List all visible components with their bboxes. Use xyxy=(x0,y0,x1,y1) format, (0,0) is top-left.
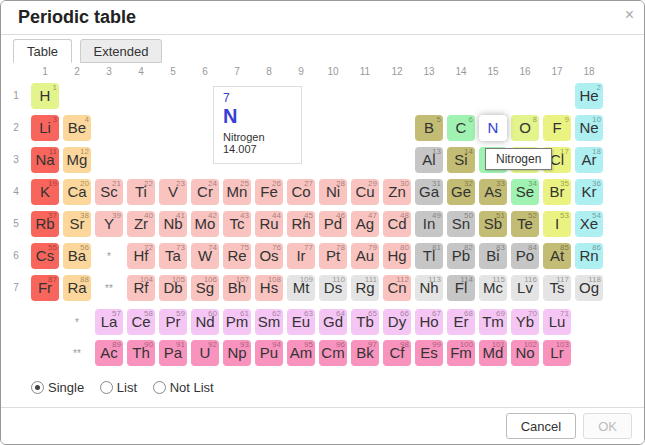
element-cell-O[interactable]: 8O xyxy=(511,115,539,141)
element-cell-Rb[interactable]: 37Rb xyxy=(31,211,59,237)
element-cell-Er[interactable]: 68Er xyxy=(447,309,475,335)
element-cell-Li[interactable]: 3Li xyxy=(31,115,59,141)
element-cell-Sn[interactable]: 50Sn xyxy=(447,211,475,237)
element-cell-Mc[interactable]: 115Mc xyxy=(479,275,507,301)
element-cell-Md[interactable]: 101Md xyxy=(479,340,507,366)
element-cell-Bi[interactable]: 83Bi xyxy=(479,243,507,269)
radio-single-circle[interactable] xyxy=(31,381,44,394)
element-cell-Ir[interactable]: 77Ir xyxy=(287,243,315,269)
element-cell-Ne[interactable]: 10Ne xyxy=(575,115,603,141)
element-cell-Rg[interactable]: 111Rg xyxy=(351,275,379,301)
element-cell-Lv[interactable]: 116Lv xyxy=(511,275,539,301)
element-cell-Pu[interactable]: 94Pu xyxy=(255,340,283,366)
element-cell-Cd[interactable]: 48Cd xyxy=(383,211,411,237)
element-cell-Al[interactable]: 13Al xyxy=(415,147,443,173)
element-cell-Po[interactable]: 84Po xyxy=(511,243,539,269)
element-cell-Re[interactable]: 75Re xyxy=(223,243,251,269)
element-cell-No[interactable]: 102No xyxy=(511,340,539,366)
radio-single[interactable]: Single xyxy=(31,380,84,395)
element-cell-Nh[interactable]: 113Nh xyxy=(415,275,443,301)
element-cell-Fl[interactable]: 114Fl xyxy=(447,275,475,301)
element-cell-Fr[interactable]: 87Fr xyxy=(31,275,59,301)
element-cell-Cs[interactable]: 55Cs xyxy=(31,243,59,269)
element-cell-He[interactable]: 2He xyxy=(575,83,603,109)
element-cell-Mn[interactable]: 25Mn xyxy=(223,179,251,205)
element-cell-B[interactable]: 5B xyxy=(415,115,443,141)
element-cell-Y[interactable]: 39Y xyxy=(95,211,123,237)
element-cell-Au[interactable]: 79Au xyxy=(351,243,379,269)
element-cell-Th[interactable]: 90Th xyxy=(127,340,155,366)
element-cell-Rf[interactable]: 104Rf xyxy=(127,275,155,301)
element-cell-Sc[interactable]: 21Sc xyxy=(95,179,123,205)
element-cell-Pa[interactable]: 91Pa xyxy=(159,340,187,366)
element-cell-Fm[interactable]: 100Fm xyxy=(447,340,475,366)
element-cell-Ag[interactable]: 47Ag xyxy=(351,211,379,237)
element-cell-Zn[interactable]: 30Zn xyxy=(383,179,411,205)
element-cell-Pb[interactable]: 82Pb xyxy=(447,243,475,269)
element-cell-Eu[interactable]: 63Eu xyxy=(287,309,315,335)
element-cell-Pr[interactable]: 59Pr xyxy=(159,309,187,335)
element-cell-Na[interactable]: 11Na xyxy=(31,147,59,173)
element-cell-Mo[interactable]: 42Mo xyxy=(191,211,219,237)
element-cell-Br[interactable]: 35Br xyxy=(543,179,571,205)
element-cell-Sm[interactable]: 62Sm xyxy=(255,309,283,335)
element-cell-Ar[interactable]: 18Ar xyxy=(575,147,603,173)
element-cell-Ts[interactable]: 117Ts xyxy=(543,275,571,301)
element-cell-Pt[interactable]: 78Pt xyxy=(319,243,347,269)
element-cell-Ca[interactable]: 20Ca xyxy=(63,179,91,205)
element-cell-Co[interactable]: 27Co xyxy=(287,179,315,205)
element-cell-In[interactable]: 49In xyxy=(415,211,443,237)
radio-list-circle[interactable] xyxy=(100,381,113,394)
element-cell-Tl[interactable]: 81Tl xyxy=(415,243,443,269)
element-cell-Cu[interactable]: 29Cu xyxy=(351,179,379,205)
radio-not-list-circle[interactable] xyxy=(153,381,166,394)
element-cell-At[interactable]: 85At xyxy=(543,243,571,269)
element-cell-Bk[interactable]: 97Bk xyxy=(351,340,379,366)
element-cell-V[interactable]: 23V xyxy=(159,179,187,205)
element-cell-F[interactable]: 9F xyxy=(543,115,571,141)
element-cell-I[interactable]: 53I xyxy=(543,211,571,237)
element-cell-Ti[interactable]: 22Ti xyxy=(127,179,155,205)
element-cell-Ga[interactable]: 31Ga xyxy=(415,179,443,205)
element-cell-Os[interactable]: 76Os xyxy=(255,243,283,269)
element-cell-N[interactable]: N xyxy=(479,115,507,141)
element-cell-Tc[interactable]: 43Tc xyxy=(223,211,251,237)
element-cell-Rh[interactable]: 45Rh xyxy=(287,211,315,237)
element-cell-Hs[interactable]: 108Hs xyxy=(255,275,283,301)
element-cell-Np[interactable]: 93Np xyxy=(223,340,251,366)
element-cell-Sg[interactable]: 106Sg xyxy=(191,275,219,301)
element-cell-Ta[interactable]: 73Ta xyxy=(159,243,187,269)
element-cell-Ba[interactable]: 56Ba xyxy=(63,243,91,269)
element-cell-Cn[interactable]: 112Cn xyxy=(383,275,411,301)
element-cell-Gd[interactable]: 64Gd xyxy=(319,309,347,335)
element-cell-Hf[interactable]: 72Hf xyxy=(127,243,155,269)
element-cell-Yb[interactable]: 70Yb xyxy=(511,309,539,335)
element-cell-Pm[interactable]: 61Pm xyxy=(223,309,251,335)
element-cell-K[interactable]: 19K xyxy=(31,179,59,205)
element-cell-Nd[interactable]: 60Nd xyxy=(191,309,219,335)
element-cell-As[interactable]: 33As xyxy=(479,179,507,205)
element-cell-La[interactable]: 57La xyxy=(95,309,123,335)
element-cell-Kr[interactable]: 36Kr xyxy=(575,179,603,205)
element-cell-Cr[interactable]: 24Cr xyxy=(191,179,219,205)
element-cell-Si[interactable]: 14Si xyxy=(447,147,475,173)
element-cell-Pd[interactable]: 46Pd xyxy=(319,211,347,237)
element-cell-Ra[interactable]: 88Ra xyxy=(63,275,91,301)
element-cell-Ds[interactable]: 110Ds xyxy=(319,275,347,301)
element-cell-C[interactable]: 6C xyxy=(447,115,475,141)
element-cell-Zr[interactable]: 40Zr xyxy=(127,211,155,237)
element-cell-Be[interactable]: 4Be xyxy=(63,115,91,141)
element-cell-Es[interactable]: 99Es xyxy=(415,340,443,366)
element-cell-Bh[interactable]: 107Bh xyxy=(223,275,251,301)
element-cell-Rn[interactable]: 86Rn xyxy=(575,243,603,269)
element-cell-Se[interactable]: 34Se xyxy=(511,179,539,205)
element-cell-Mt[interactable]: 109Mt xyxy=(287,275,315,301)
element-cell-Ho[interactable]: 67Ho xyxy=(415,309,443,335)
element-cell-Fe[interactable]: 26Fe xyxy=(255,179,283,205)
element-cell-Ru[interactable]: 44Ru xyxy=(255,211,283,237)
element-cell-Tb[interactable]: 65Tb xyxy=(351,309,379,335)
element-cell-Ge[interactable]: 32Ge xyxy=(447,179,475,205)
element-cell-Hg[interactable]: 80Hg xyxy=(383,243,411,269)
element-cell-Xe[interactable]: 54Xe xyxy=(575,211,603,237)
element-cell-Ac[interactable]: 89Ac xyxy=(95,340,123,366)
